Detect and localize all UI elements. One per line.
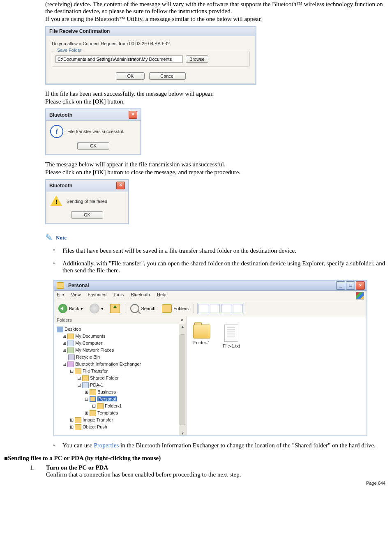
network-icon bbox=[67, 348, 74, 353]
step-1-body: Confirm that a connection has been enabl… bbox=[46, 471, 241, 478]
scroll-down-icon[interactable]: ▾ bbox=[182, 431, 184, 435]
msgbox-text: Sending of file failed. bbox=[67, 199, 108, 204]
search-button[interactable]: Search bbox=[129, 303, 157, 314]
explorer-content-pane[interactable]: Folder-1 File-1.txt bbox=[187, 316, 367, 435]
warning-icon bbox=[50, 196, 62, 207]
save-folder-path-input[interactable] bbox=[55, 55, 183, 63]
device-icon bbox=[82, 382, 89, 388]
folder-open-icon bbox=[90, 396, 96, 402]
file-receive-dialog: File Receive Confirmation Do you allow a… bbox=[45, 26, 256, 85]
browse-button[interactable]: Browse bbox=[186, 55, 208, 63]
folders-pane-close-icon[interactable]: × bbox=[181, 318, 183, 322]
section-heading: ■Sending files to a PC or PDA (by right-… bbox=[4, 455, 388, 462]
folders-button[interactable]: Folders bbox=[160, 304, 190, 313]
close-icon[interactable]: × bbox=[116, 182, 125, 189]
windows-logo-icon bbox=[356, 292, 364, 299]
up-button[interactable] bbox=[108, 303, 122, 314]
folders-icon bbox=[162, 304, 172, 313]
file-item[interactable]: File-1.txt bbox=[223, 325, 240, 348]
bluetooth-fail-msgbox: Bluetooth × Sending of file failed. OK bbox=[45, 179, 129, 224]
step-1-title: Turn on the PC or PDA bbox=[46, 464, 108, 471]
ok-button[interactable]: OK bbox=[116, 72, 145, 80]
folder-icon bbox=[82, 375, 89, 381]
forward-button[interactable]: ▾ bbox=[88, 303, 105, 314]
bluetooth-success-msgbox: Bluetooth × i File transfer was successf… bbox=[45, 108, 141, 155]
close-icon[interactable]: × bbox=[129, 111, 137, 119]
msgbox-title: Bluetooth bbox=[49, 112, 72, 118]
folders-pane-label: Folders bbox=[57, 318, 72, 322]
view-icon-1[interactable] bbox=[198, 304, 208, 313]
maximize-button[interactable]: □ bbox=[346, 281, 355, 290]
msgbox-text: File transfer was successful. bbox=[67, 129, 124, 134]
note-item-3: You can use Properties in the Bluetooth … bbox=[55, 442, 388, 449]
menu-file[interactable]: FFileile bbox=[57, 292, 64, 297]
close-button[interactable]: × bbox=[356, 281, 365, 290]
info-icon: i bbox=[50, 125, 63, 138]
menu-favorites[interactable]: Favorites bbox=[88, 292, 106, 297]
intro-paragraph-2: If you are using the Bluetooth™ Utility,… bbox=[45, 16, 388, 23]
back-button[interactable]: Back ▾ bbox=[57, 303, 85, 314]
properties-link[interactable]: Properties bbox=[94, 442, 119, 449]
after-success-text-2: Please click on the [OK] button. bbox=[45, 98, 388, 105]
ok-button[interactable]: OK bbox=[71, 211, 103, 219]
msgbox-title: Bluetooth bbox=[49, 183, 72, 189]
recycle-bin-icon bbox=[68, 355, 75, 360]
dialog-title: File Receive Confirmation bbox=[49, 28, 110, 34]
bluetooth-icon bbox=[67, 362, 74, 367]
computer-icon bbox=[67, 341, 74, 346]
desktop-icon bbox=[57, 327, 63, 332]
save-folder-legend: Save Folder bbox=[55, 48, 83, 53]
note-icon: ✎ bbox=[45, 233, 53, 243]
note-item-1: Files that have been sent will be saved … bbox=[55, 247, 388, 254]
cancel-button[interactable]: Cancel bbox=[149, 72, 185, 80]
folder-icon bbox=[67, 334, 74, 339]
save-folder-group: Save Folder Browse bbox=[52, 51, 250, 67]
folder-icon bbox=[75, 368, 81, 374]
scroll-up-icon[interactable]: ▴ bbox=[182, 324, 184, 329]
ok-button[interactable]: OK bbox=[77, 142, 109, 150]
minimize-button[interactable]: _ bbox=[336, 281, 345, 290]
explorer-title: Personal bbox=[68, 283, 89, 288]
menu-bluetooth[interactable]: Bluetooth bbox=[131, 292, 150, 297]
folder-icon bbox=[193, 325, 210, 339]
after-fail-text-1: The message below will appear if the fil… bbox=[45, 161, 388, 168]
note-label: Note bbox=[56, 235, 67, 241]
folder-item[interactable]: Folder-1 bbox=[193, 325, 210, 345]
tree-scrollbar[interactable]: ▴ ▾ bbox=[179, 324, 186, 435]
folder-icon bbox=[57, 282, 64, 289]
folder-icon bbox=[75, 417, 81, 423]
intro-paragraph-1: (receiving) device. The content of the m… bbox=[45, 1, 388, 15]
menu-help[interactable]: Help bbox=[157, 292, 166, 297]
folder-icon bbox=[97, 403, 104, 409]
view-mode-buttons[interactable] bbox=[197, 303, 244, 314]
up-folder-icon bbox=[110, 304, 120, 313]
forward-arrow-icon bbox=[90, 304, 99, 313]
page-number: Page 644 bbox=[4, 481, 388, 486]
back-arrow-icon bbox=[58, 304, 67, 313]
folder-icon bbox=[90, 389, 96, 395]
after-fail-text-2: Please click on the [OK] button to close… bbox=[45, 169, 388, 176]
scroll-thumb[interactable] bbox=[180, 334, 185, 425]
menu-view[interactable]: View bbox=[71, 292, 81, 297]
explorer-window: Personal _ □ × FFileile View Favorites T… bbox=[53, 280, 367, 436]
menu-tools[interactable]: Tools bbox=[113, 292, 124, 297]
text-file-icon bbox=[224, 325, 238, 342]
dialog-prompt: Do you allow a Connect Request from 00:0… bbox=[52, 41, 250, 46]
folder-icon bbox=[90, 410, 96, 416]
folder-icon bbox=[75, 424, 81, 430]
view-icon-4[interactable] bbox=[233, 304, 243, 313]
view-icon-3[interactable] bbox=[221, 304, 231, 313]
after-success-text-1: If the file has been sent successfully, … bbox=[45, 90, 388, 97]
search-icon bbox=[130, 304, 139, 313]
folder-tree[interactable]: Desktop ⊞ My Documents ⊞ My Computer ⊞ M… bbox=[54, 324, 179, 435]
note-item-2: Additionally, with "File transfer", you … bbox=[55, 260, 388, 274]
view-icon-2[interactable] bbox=[210, 304, 220, 313]
